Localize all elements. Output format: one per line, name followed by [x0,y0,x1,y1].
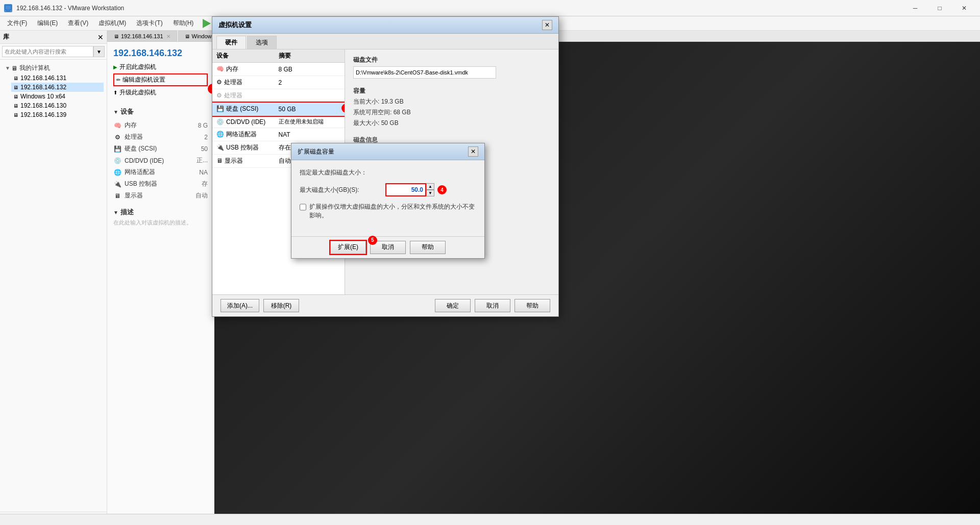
disk-file-label: 磁盘文件 [353,56,550,64]
sidebar-content: ▼ 🖥 我的计算机 🖥 192.168.146.131 🖥 192.168.14… [0,60,107,512]
tab-131[interactable]: 🖥 192.168.146.131 ✕ [107,31,177,41]
vm-item-win10[interactable]: 🖥 Windows 10 x64 [11,92,104,101]
expand-confirm-button[interactable]: 扩展(E) [330,241,366,254]
devices-label: 设备 [120,107,134,116]
app-icon [4,4,12,12]
capacity-label: 容量 [353,87,550,95]
computer-icon: 🖥 [11,65,17,72]
search-button[interactable]: ▼ [93,46,105,57]
expand-help-button[interactable]: 帮助 [410,241,446,254]
vm-item-130[interactable]: 🖥 192.168.146.130 [11,101,104,110]
vm-actions: ▶ 开启此虚拟机 ✏ 编辑虚拟机设置 ⬆ 升级此虚拟机 [113,63,208,99]
expand-dialog-content: 指定最大虚拟磁盘大小： 最大磁盘大小(GB)(S): ▲ ▼ 4 扩展操作仅增大… [291,160,484,236]
expand-title-text: 扩展磁盘容量 [298,147,334,156]
tab-hardware[interactable]: 硬件 [216,36,246,49]
maximize-button[interactable]: □ [928,0,951,16]
edit-vm-label: 编辑虚拟机设置 [122,76,165,84]
close-button[interactable]: ✕ [952,0,976,16]
expand-dialog-close[interactable]: ✕ [468,146,478,157]
current-size: 当前大小: 19.3 GB [353,97,550,106]
svg-rect-1 [7,10,9,11]
device-list-net[interactable]: 🌐网络适配器 NAT [212,128,345,141]
device-list-cpu2[interactable]: ⚙处理器 [212,89,345,103]
svg-rect-2 [6,11,10,11]
cd-icon: 💿 [113,157,121,164]
vm-item-139[interactable]: 🖥 192.168.146.139 [11,110,104,119]
tab-icon-win: 🖥 [185,34,190,39]
start-vm-label: 开启此虚拟机 [119,63,156,71]
device-cd-value: 正... [197,156,208,165]
device-cd-name: CD/DVD (IDE) [125,157,164,164]
menu-help[interactable]: 帮助(H) [168,17,199,30]
device-hdd-name: 硬盘 (SCSI) [125,144,157,153]
expand-checkbox[interactable] [300,204,306,211]
ok-button[interactable]: 确定 [435,299,471,312]
devices-expand-icon: ▼ [113,109,118,115]
remove-button[interactable]: 移除(R) [263,299,299,312]
device-display-name: 显示器 [125,191,143,200]
menu-vm[interactable]: 虚拟机(M) [93,17,131,30]
device-display: 🖥 显示器 自动 [113,190,208,202]
settings-dialog-tabs: 硬件 选项 [212,34,558,49]
vm-info-panel: 192.168.146.132 ▶ 开启此虚拟机 ✏ 编辑虚拟机设置 ⬆ 升级此 [107,42,214,525]
device-cpu: ⚙ 处理器 2 [113,131,208,143]
display-icon: 🖥 [113,192,121,199]
svg-rect-0 [5,5,11,10]
settings-dialog-footer: 添加(A)... 移除(R) 确定 取消 帮助 [212,294,558,316]
start-vm-action[interactable]: ▶ 开启此虚拟机 [113,63,208,71]
net-icon: 🌐 [113,169,121,176]
menu-file[interactable]: 文件(F) [2,17,32,30]
cancel-button[interactable]: 取消 [475,299,510,312]
expand-input-row: 最大磁盘大小(GB)(S): ▲ ▼ 4 [300,183,476,196]
desc-expand-icon: ▼ [113,210,118,215]
sidebar: 库 ✕ ▼ ▼ 🖥 我的计算机 🖥 192.168.146.131 [0,31,107,525]
device-display-value: 自动 [195,191,208,200]
device-cpu-name: 处理器 [125,133,143,141]
tab-close-131[interactable]: ✕ [166,34,170,39]
expand-dialog-footer: 扩展(E) 5 取消 帮助 [291,236,484,258]
description-text: 在此处输入对该虚拟机的描述。 [113,219,208,227]
sidebar-search: ▼ [0,44,107,60]
sidebar-close-button[interactable]: ✕ [97,33,104,41]
spinner-down[interactable]: ▼ [426,190,434,196]
device-usb: 🔌 USB 控制器 存 [113,178,208,190]
sidebar-title: 库 [3,33,9,41]
status-bar [0,514,980,525]
device-list-memory[interactable]: 🧠内存 8 GB [212,63,345,76]
device-list-cd[interactable]: 💿CD/DVD (IDE) 正在使用未知启端 [212,116,345,128]
device-cd: 💿 CD/DVD (IDE) 正... [113,155,208,166]
device-list-cpu[interactable]: ⚙处理器 2 [212,76,345,89]
vm-title: 192.168.146.132 [113,48,208,59]
expand-checkbox-row: 扩展操作仅增大虚拟磁盘的大小，分区和文件系统的大小不变影响。 [300,203,476,220]
edit-vm-action[interactable]: ✏ 编辑虚拟机设置 [113,73,208,86]
max-size-input[interactable] [385,183,426,196]
capacity-section: 容量 当前大小: 19.3 GB 系统可用空间: 68 GB 最大大小: 50 … [353,87,550,128]
upgrade-vm-action[interactable]: ⬆ 升级此虚拟机 [113,88,208,97]
vm-item-132[interactable]: 🖥 192.168.146.132 [11,83,104,92]
my-computer-node[interactable]: ▼ 🖥 我的计算机 [3,63,104,73]
add-button[interactable]: 添加(A)... [220,299,259,312]
device-memory: 🧠 内存 8 G [113,119,208,131]
step2-badge: 2 [341,104,345,113]
expand-input-wrapper: ▲ ▼ 4 [385,183,447,196]
tab-options[interactable]: 选项 [247,36,277,49]
device-usb-value: 存 [202,180,208,188]
minimize-button[interactable]: ─ [903,0,927,16]
disk-file-input[interactable] [353,66,496,79]
menu-edit[interactable]: 编辑(E) [32,17,63,30]
spinner-up[interactable]: ▲ [426,183,434,190]
device-list-hdd[interactable]: 💾硬盘 (SCSI) 50 GB 2 [212,103,345,116]
hdd-icon: 💾 [113,145,121,153]
expand-dialog-title: 扩展磁盘容量 ✕ [291,143,484,160]
step4-badge: 4 [437,185,447,194]
available-size: 系统可用空间: 68 GB [353,108,550,117]
menu-tab[interactable]: 选项卡(T) [131,17,167,30]
run-button[interactable] [203,19,211,28]
memory-icon: 🧠 [113,122,121,129]
device-list-header: 设备 摘要 [212,49,345,63]
menu-view[interactable]: 查看(V) [63,17,93,30]
help-button[interactable]: 帮助 [514,299,550,312]
settings-dialog-close[interactable]: ✕ [542,20,552,30]
search-input[interactable] [2,46,93,57]
vm-item-131[interactable]: 🖥 192.168.146.131 [11,73,104,83]
